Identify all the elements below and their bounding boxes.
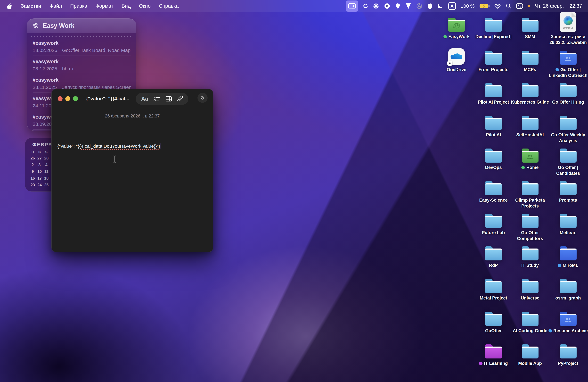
zoom-button[interactable] (73, 96, 78, 101)
checklist-icon[interactable] (153, 95, 160, 103)
desktop-icon-go-offer-weekly-analysis[interactable]: Go Offer Weekly Analysis (547, 112, 588, 144)
llama-icon[interactable] (427, 2, 432, 10)
shield-icon[interactable] (406, 2, 411, 10)
desktop-icon-pyproject[interactable]: PyProject (547, 340, 588, 366)
format-text-button[interactable]: Aa (141, 96, 148, 102)
folder-icon (522, 181, 539, 195)
desktop-icon-easywork[interactable]: EasyWork (435, 13, 478, 40)
menu-item-1[interactable]: Файл (45, 3, 66, 9)
calendar-day[interactable]: 17 (36, 176, 43, 181)
close-button[interactable] (58, 96, 63, 101)
desktop-icon-selfhostedai[interactable]: SelfHostedAI (509, 112, 551, 138)
desktop-icon-it-learning[interactable]: IT Learning (472, 340, 515, 366)
desktop-icon-easy-science[interactable]: Easy-Science (472, 177, 515, 203)
app-menus: ЗаметкиФайлПравкаФорматВидОкноСправка (17, 3, 183, 9)
desktop-icon-go-offer-hiring[interactable]: Go Offer Hiring (547, 79, 588, 105)
calendar-day[interactable]: 18 (43, 176, 50, 181)
desktop-icon-future-lab[interactable]: Future Lab (472, 210, 515, 236)
desktop-icon-onedrive[interactable]: OneDrive (435, 46, 478, 73)
wifi-icon[interactable] (494, 2, 501, 10)
desktop-icon-rdp[interactable]: RdP (472, 242, 515, 268)
flower-asterisk-icon[interactable] (373, 2, 379, 10)
desktop-icon-запись-встречи-26-02-2-сь-webm[interactable]: WEBMЗапись встречи 26.02.2...сь.webm (547, 13, 588, 45)
note-body-text[interactable]: {"value": "{{4.cal_data.DouYouHaveWork.v… (58, 143, 161, 149)
desktop-icon-decline-expired-[interactable]: Decline [Expired] (472, 13, 515, 40)
people-glyph-icon (560, 314, 577, 326)
note-list-item[interactable]: #easywork18.02.2026GoOffer Task Board, R… (33, 37, 131, 56)
desktop-icon-resume-archive[interactable]: Resume Archive (547, 307, 588, 334)
desktop-icon-kubernetes-guide[interactable]: Kubernetes Guide (509, 79, 551, 105)
folder-icon (485, 116, 502, 130)
calendar-grid: ПВС26272823491011161718232425 (29, 150, 50, 187)
calendar-day[interactable]: 9 (29, 169, 36, 174)
desktop-icon-it-study[interactable]: IT Study (509, 242, 551, 268)
table-icon[interactable] (166, 95, 172, 103)
note-item-tag: #easywork (33, 40, 131, 46)
minimize-button[interactable] (65, 96, 70, 101)
calendar-day[interactable]: 28 (43, 156, 50, 160)
anarchy-a-icon[interactable] (416, 2, 422, 10)
desktop-icon-devops[interactable]: DevOps (472, 144, 515, 170)
desktop-icon-metal-project[interactable]: Metal Project (472, 275, 515, 301)
control-center-icon[interactable] (516, 2, 523, 10)
calendar-day[interactable]: 4 (43, 163, 50, 167)
desktop-icon-gooffer[interactable]: GoOffer (472, 307, 515, 334)
note-window[interactable]: {"value": "{{4.cal... Aa (51, 89, 213, 252)
desktop-icon-мебель[interactable]: Мебель (547, 210, 588, 236)
calendar-day[interactable]: 16 (29, 176, 36, 181)
desktop-icon-ai-coding-guide[interactable]: AI Coding Guide (509, 307, 551, 334)
desktop-icon-go-offer-competitors[interactable]: Go Offer Competitors (509, 210, 551, 241)
folder-icon (485, 149, 502, 163)
screen-mirroring-icon[interactable] (346, 2, 358, 10)
desktop-icon-pilot-ai[interactable]: Pilot AI (472, 112, 515, 138)
desktop-icon-miroml[interactable]: MiroML (547, 242, 588, 268)
desktop-icon-home[interactable]: Home (509, 144, 551, 170)
more-options-button[interactable] (197, 93, 208, 103)
desktop-icon-go-offer-candidates[interactable]: Go Offer | Candidates (547, 144, 588, 176)
calendar-day[interactable]: 25 (43, 183, 50, 187)
battery-charging-icon[interactable] (480, 2, 490, 10)
diamond-icon[interactable] (395, 2, 401, 10)
desktop-icon-mcps[interactable]: MCPs (509, 46, 551, 73)
desktop-icon-pilot-ai-project[interactable]: Pilot AI Project (472, 79, 515, 105)
desktop-icon-label: SMM (525, 34, 535, 40)
menu-item-6[interactable]: Справка (155, 3, 183, 9)
desktop-icon-olimp-parketa-projects[interactable]: Olimp Parketa Projects (509, 177, 551, 209)
menu-item-5[interactable]: Окно (135, 3, 155, 9)
menu-item-2[interactable]: Правка (66, 3, 91, 9)
desktop-icon-front-projects[interactable]: Front Projects (472, 46, 515, 73)
calendar-day[interactable]: 11 (43, 169, 50, 174)
folder-icon (485, 18, 502, 32)
menu-item-3[interactable]: Формат (91, 3, 117, 9)
desktop-icon-prompts[interactable]: Prompts (547, 177, 588, 203)
calendar-day[interactable]: 24 (36, 183, 43, 187)
menu-item-app[interactable]: Заметки (17, 3, 45, 9)
desktop-icon-go-offer-linkedin-outreach[interactable]: Go Offer | LinkedIn Outreach (547, 46, 588, 78)
moon-icon[interactable] (437, 2, 443, 10)
folder-icon (522, 51, 539, 65)
menu-bar-clock[interactable]: Чт, 26 февр. 22:37 (535, 3, 582, 9)
note-list-item[interactable]: #easywork08.12.2025hh.ru... (33, 56, 131, 74)
desktop-icon-universe[interactable]: Universe (509, 275, 551, 301)
folder-icon (448, 18, 465, 32)
calendar-day[interactable]: 3 (36, 163, 43, 167)
desktop-icon-smm[interactable]: SMM (509, 13, 551, 40)
desktop-icon-mobile-app[interactable]: Mobile App (509, 340, 551, 366)
calendar-day[interactable]: 10 (36, 169, 43, 174)
calendar-day[interactable]: 26 (29, 156, 36, 160)
notification-dot-icon[interactable] (527, 2, 530, 10)
circle-8-icon[interactable]: 8 (384, 2, 390, 10)
calendar-day[interactable]: 2 (29, 163, 36, 167)
spotlight-icon[interactable] (506, 2, 512, 10)
calendar-day[interactable]: 27 (36, 156, 43, 160)
desktop-icon-label: EasyWork (443, 34, 470, 40)
input-source-a-icon[interactable]: A (448, 2, 456, 10)
attachment-icon[interactable] (177, 95, 183, 103)
menu-item-4[interactable]: Вид (117, 3, 135, 9)
calendar-day[interactable]: 23 (29, 183, 36, 187)
desktop-icon-osrm-graph[interactable]: osrm_graph (547, 275, 588, 301)
note-window-titlebar[interactable]: {"value": "{{4.cal... Aa (51, 89, 213, 108)
apple-menu-icon[interactable] (7, 2, 12, 10)
alias-arrow-icon (447, 61, 452, 66)
grammarly-g-icon[interactable]: G (363, 2, 368, 10)
